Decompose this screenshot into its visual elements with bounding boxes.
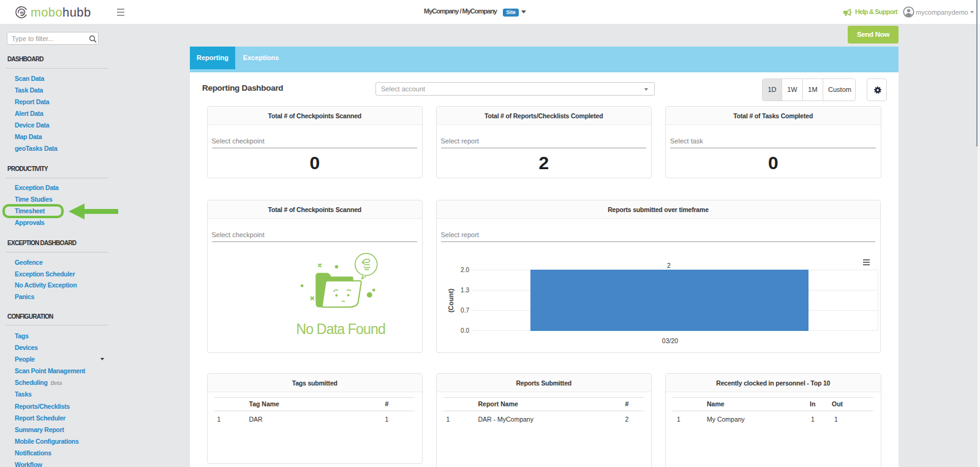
svg-text:m: m xyxy=(20,10,24,15)
